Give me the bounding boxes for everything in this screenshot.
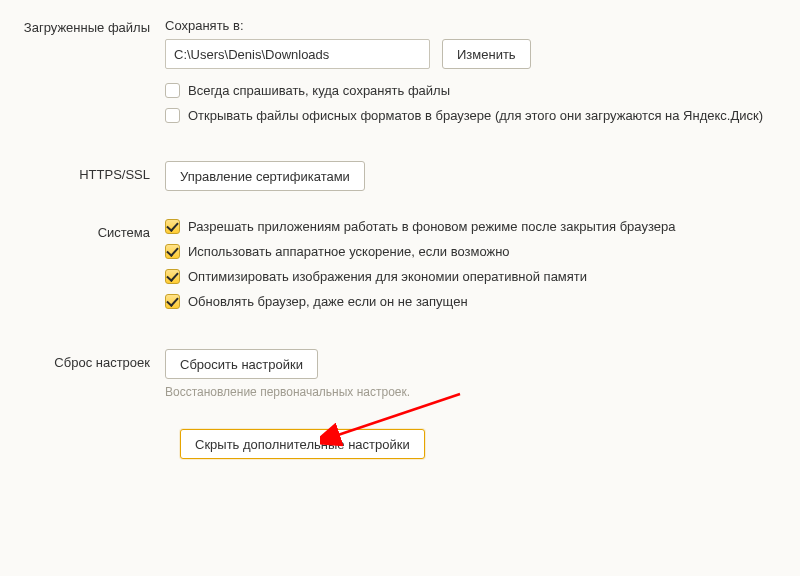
manage-certs-button[interactable]: Управление сертификатами	[165, 161, 365, 191]
hw-accel-checkbox[interactable]	[165, 244, 180, 259]
update-browser-checkbox[interactable]	[165, 294, 180, 309]
always-ask-checkbox[interactable]	[165, 83, 180, 98]
reset-section: Сброс настроек Сбросить настройки Восста…	[0, 349, 800, 399]
optimize-images-label[interactable]: Оптимизировать изображения для экономии …	[188, 269, 587, 284]
always-ask-label[interactable]: Всегда спрашивать, куда сохранять файлы	[188, 83, 450, 98]
https-section: HTTPS/SSL Управление сертификатами	[0, 161, 800, 191]
system-label: Система	[0, 219, 165, 240]
open-office-label[interactable]: Открывать файлы офисных форматов в брауз…	[188, 108, 763, 123]
downloads-section: Загруженные файлы Сохранять в: Изменить …	[0, 14, 800, 133]
reset-settings-button[interactable]: Сбросить настройки	[165, 349, 318, 379]
change-path-button[interactable]: Изменить	[442, 39, 531, 69]
bg-apps-checkbox[interactable]	[165, 219, 180, 234]
https-label: HTTPS/SSL	[0, 161, 165, 182]
reset-desc: Восстановление первоначальных настроек.	[165, 385, 790, 399]
hide-advanced-button[interactable]: Скрыть дополнительные настройки	[180, 429, 425, 459]
hw-accel-label[interactable]: Использовать аппаратное ускорение, если …	[188, 244, 510, 259]
update-browser-label[interactable]: Обновлять браузер, даже если он не запущ…	[188, 294, 468, 309]
reset-label: Сброс настроек	[0, 349, 165, 370]
save-in-label: Сохранять в:	[165, 18, 790, 33]
system-section: Система Разрешать приложениям работать в…	[0, 219, 800, 319]
open-office-checkbox[interactable]	[165, 108, 180, 123]
bg-apps-label[interactable]: Разрешать приложениям работать в фоновом…	[188, 219, 675, 234]
download-path-input[interactable]	[165, 39, 430, 69]
optimize-images-checkbox[interactable]	[165, 269, 180, 284]
downloads-label: Загруженные файлы	[0, 14, 165, 35]
